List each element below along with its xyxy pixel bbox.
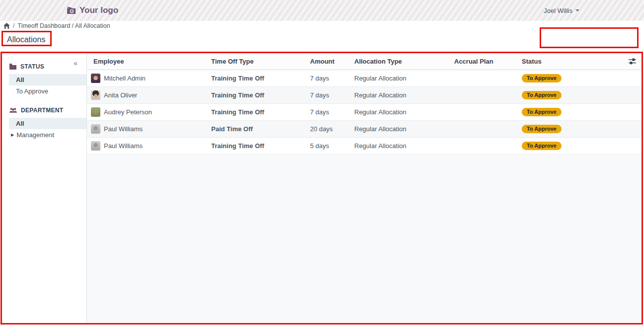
content-area: « STATUS All To Approve DEPARTMENT All ▶… — [2, 53, 642, 323]
column-header-employee[interactable]: Employee — [87, 53, 207, 70]
accrual-plan-cell[interactable] — [450, 120, 518, 137]
amount-cell[interactable]: 7 days — [306, 103, 350, 120]
time-off-type-cell[interactable]: Training Time Off — [207, 86, 306, 103]
employee-cell: Paul Williams — [91, 138, 203, 154]
employee-name: Audrey Peterson — [104, 108, 152, 116]
app-logo[interactable]: Your logo — [67, 0, 118, 21]
sidebar-item-label: All — [16, 76, 24, 83]
employee-cell: Anita Oliver — [91, 87, 203, 103]
row-end-cell — [625, 103, 642, 120]
amount-cell[interactable]: 7 days — [306, 86, 350, 103]
allocation-type-cell[interactable]: Regular Allocation — [350, 86, 450, 103]
breadcrumb-path[interactable]: Timeoff Dashboard / All Allocation — [17, 22, 110, 29]
filters-sidebar: « STATUS All To Approve DEPARTMENT All ▶… — [2, 53, 87, 323]
allocations-table: Employee Time Off Type Amount Allocation… — [87, 53, 642, 155]
avatar — [91, 124, 100, 134]
breadcrumb-separator: / — [13, 22, 14, 29]
top-navbar: Your logo Joel Willis — [0, 0, 644, 21]
row-end-cell — [625, 137, 642, 154]
table-row[interactable]: Anita Oliver Training Time Off 7 days Re… — [87, 86, 642, 103]
table-row[interactable]: Mitchell Admin Training Time Off 7 days … — [87, 70, 642, 86]
collapse-sidebar-icon[interactable]: « — [74, 59, 78, 67]
employee-name: Mitchell Admin — [104, 75, 146, 82]
folder-icon — [9, 64, 16, 70]
status-cell[interactable]: To Approve — [518, 86, 625, 103]
table-header-row: Employee Time Off Type Amount Allocation… — [87, 53, 642, 70]
section-label: STATUS — [20, 63, 44, 70]
avatar — [91, 107, 100, 117]
user-name: Joel Willis — [544, 7, 572, 14]
control-panel: Allocations First Approval × Search... 1… — [0, 30, 644, 52]
avatar — [91, 74, 100, 83]
expand-caret-icon[interactable]: ▶ — [11, 133, 14, 137]
status-badge: To Approve — [522, 125, 562, 133]
employee-name: Anita Oliver — [104, 91, 137, 99]
sidebar-item-label: Management — [16, 131, 54, 139]
time-off-type-cell[interactable]: Training Time Off — [207, 70, 306, 86]
logo-text: Your logo — [80, 5, 118, 15]
row-end-cell — [625, 70, 642, 86]
accrual-plan-cell[interactable] — [450, 70, 518, 86]
column-header-time-off-type[interactable]: Time Off Type — [207, 53, 306, 70]
breadcrumb: / Timeoff Dashboard / All Allocation — [0, 21, 644, 30]
list-view: Employee Time Off Type Amount Allocation… — [87, 53, 642, 323]
table-row[interactable]: Paul Williams Training Time Off 5 days R… — [87, 137, 642, 154]
employee-name: Paul Williams — [104, 142, 143, 150]
employee-cell: Paul Williams — [91, 121, 203, 137]
sidebar-item-department-all[interactable]: All — [9, 118, 86, 129]
allocation-type-cell[interactable]: Regular Allocation — [350, 103, 450, 120]
status-cell[interactable]: To Approve — [518, 120, 625, 137]
time-off-type-cell[interactable]: Training Time Off — [207, 137, 306, 154]
time-off-type-cell[interactable]: Training Time Off — [207, 103, 306, 120]
sidebar-section-department: DEPARTMENT — [9, 107, 86, 114]
table-body: Mitchell Admin Training Time Off 7 days … — [87, 70, 642, 154]
accrual-plan-cell[interactable] — [450, 137, 518, 154]
column-header-accrual-plan[interactable]: Accrual Plan — [450, 53, 518, 70]
section-label: DEPARTMENT — [21, 107, 63, 114]
employee-cell: Audrey Peterson — [91, 104, 203, 120]
status-badge: To Approve — [522, 142, 562, 150]
sidebar-item-status-to-approve[interactable]: To Approve — [9, 85, 86, 97]
allocation-type-cell[interactable]: Regular Allocation — [350, 137, 450, 154]
amount-cell[interactable]: 20 days — [306, 120, 350, 137]
status-badge: To Approve — [522, 91, 562, 99]
allocation-type-cell[interactable]: Regular Allocation — [350, 70, 450, 86]
column-header-amount[interactable]: Amount — [306, 53, 350, 70]
user-menu[interactable]: Joel Willis — [544, 0, 579, 21]
status-badge: To Approve — [522, 108, 562, 116]
column-header-allocation-type[interactable]: Allocation Type — [350, 53, 450, 70]
sidebar-item-label: To Approve — [16, 87, 48, 95]
employee-name: Paul Williams — [104, 125, 143, 133]
table-row[interactable]: Audrey Peterson Training Time Off 7 days… — [87, 103, 642, 120]
status-cell[interactable]: To Approve — [518, 70, 625, 86]
sidebar-item-department-management[interactable]: ▶ Management — [9, 129, 86, 141]
row-end-cell — [625, 86, 642, 103]
sidebar-item-label: All — [16, 120, 24, 127]
amount-cell[interactable]: 7 days — [306, 70, 350, 86]
status-cell[interactable]: To Approve — [518, 137, 625, 154]
amount-cell[interactable]: 5 days — [306, 137, 350, 154]
sidebar-item-status-all[interactable]: All — [9, 74, 86, 85]
time-off-type-cell[interactable]: Paid Time Off — [207, 120, 306, 137]
avatar — [91, 141, 100, 151]
column-header-status[interactable]: Status — [518, 53, 625, 70]
status-badge: To Approve — [522, 74, 562, 82]
users-icon — [9, 107, 17, 113]
chevron-down-icon — [575, 9, 579, 11]
optional-columns-button[interactable] — [625, 53, 642, 70]
employee-cell: Mitchell Admin — [91, 70, 203, 86]
status-cell[interactable]: To Approve — [518, 103, 625, 120]
avatar — [91, 90, 100, 100]
accrual-plan-cell[interactable] — [450, 103, 518, 120]
row-end-cell — [625, 120, 642, 137]
page-title: Allocations — [7, 35, 45, 44]
accrual-plan-cell[interactable] — [450, 86, 518, 103]
table-row[interactable]: Paul Williams Paid Time Off 20 days Regu… — [87, 120, 642, 137]
camera-icon — [67, 6, 76, 14]
home-icon[interactable] — [3, 23, 10, 29]
allocation-type-cell[interactable]: Regular Allocation — [350, 120, 450, 137]
